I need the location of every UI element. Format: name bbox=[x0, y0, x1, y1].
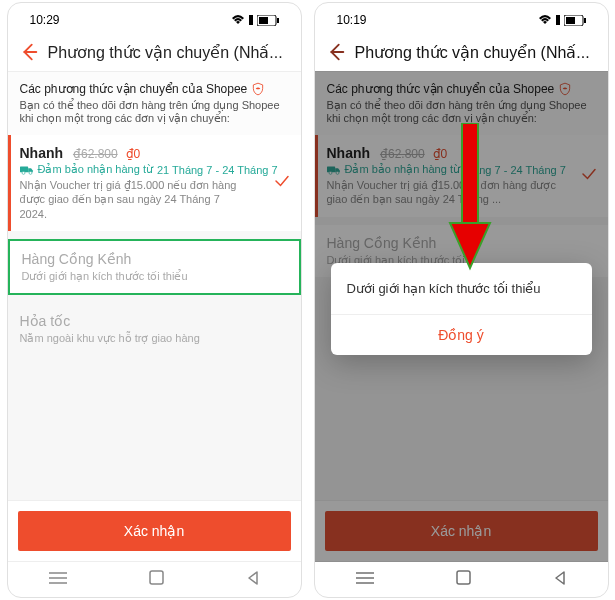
system-navbar bbox=[315, 561, 608, 597]
guarantee-dates: 21 Tháng 7 - 24 Tháng 7 bbox=[157, 164, 278, 176]
back-arrow-icon[interactable] bbox=[18, 41, 40, 63]
truck-icon bbox=[20, 165, 34, 175]
truck-icon bbox=[327, 165, 341, 175]
ship-voucher-note: Nhận Voucher trị giá ₫15.000 nếu đơn hàn… bbox=[20, 178, 250, 221]
svg-point-16 bbox=[329, 171, 332, 174]
shipping-option-hoatoc[interactable]: Hỏa tốc Nằm ngoài khu vực hỗ trợ giao hà… bbox=[8, 303, 301, 355]
ship-guarantee-row: Đảm bảo nhận hàng từ 21 Tháng 7 - 24 Thá… bbox=[20, 163, 289, 176]
wifi-icon bbox=[538, 15, 552, 25]
shipping-option-congkenh[interactable]: Hàng Cồng Kềnh Dưới giới hạn kích thước … bbox=[8, 239, 301, 295]
footer: Xác nhận bbox=[8, 500, 301, 561]
wifi-icon bbox=[231, 15, 245, 25]
status-time: 10:19 bbox=[337, 13, 367, 27]
ship-sub: Nằm ngoài khu vực hỗ trợ giao hàng bbox=[20, 331, 250, 345]
svg-rect-2 bbox=[259, 17, 268, 24]
svg-rect-21 bbox=[457, 571, 470, 584]
svg-rect-0 bbox=[249, 15, 253, 25]
nav-recent-icon[interactable] bbox=[49, 571, 67, 585]
check-icon bbox=[273, 172, 291, 194]
svg-point-6 bbox=[29, 171, 32, 174]
info-title: Các phương thức vận chuyển của Shopee bbox=[327, 82, 596, 96]
status-time: 10:29 bbox=[30, 13, 60, 27]
page-title: Phương thức vận chuyển (Nhấ... bbox=[48, 43, 283, 62]
svg-point-5 bbox=[22, 171, 25, 174]
svg-rect-13 bbox=[566, 17, 575, 24]
info-title: Các phương thức vận chuyển của Shopee bbox=[20, 82, 289, 96]
shield-icon bbox=[558, 82, 572, 96]
header: Phương thức vận chuyển (Nhấ... bbox=[8, 33, 301, 72]
selected-indicator bbox=[8, 135, 11, 231]
status-indicators bbox=[538, 15, 586, 26]
nav-back-icon[interactable] bbox=[553, 571, 567, 585]
svg-rect-11 bbox=[556, 15, 560, 25]
alert-dialog: Dưới giới hạn kích thước tối thiểu Đồng … bbox=[331, 263, 592, 355]
back-arrow-icon[interactable] bbox=[325, 41, 347, 63]
alert-ok-button[interactable]: Đồng ý bbox=[331, 315, 592, 355]
svg-rect-10 bbox=[150, 571, 163, 584]
svg-rect-3 bbox=[277, 18, 279, 23]
old-price: ₫62.800 bbox=[380, 147, 425, 161]
shipping-option-nhanh[interactable]: Nhanh ₫62.800 ₫0 Đảm bảo nhận hàng từ 21… bbox=[8, 135, 301, 231]
svg-point-17 bbox=[336, 171, 339, 174]
system-navbar bbox=[8, 561, 301, 597]
new-price: ₫0 bbox=[126, 147, 141, 161]
statusbar: 10:19 bbox=[315, 3, 608, 33]
header: Phương thức vận chuyển (Nhấ... bbox=[315, 33, 608, 72]
ship-name-row: Nhanh ₫62.800 ₫0 bbox=[20, 145, 289, 161]
info-banner: Các phương thức vận chuyển của Shopee Bạ… bbox=[8, 72, 301, 135]
status-indicators bbox=[231, 15, 279, 26]
footer: Xác nhận bbox=[315, 500, 608, 561]
info-subtitle: Bạn có thể theo dõi đơn hàng trên ứng dụ… bbox=[327, 99, 596, 125]
ship-name: Hàng Cồng Kềnh bbox=[22, 251, 287, 267]
battery-icon bbox=[257, 15, 279, 26]
check-icon bbox=[580, 165, 598, 187]
nav-home-icon[interactable] bbox=[456, 570, 471, 585]
phone-screen-2: 10:19 Phương thức vận chuyển (Nhấ... Các… bbox=[314, 2, 609, 598]
ship-voucher-note: Nhận Voucher trị giá ₫15.00 ... đơn hàng… bbox=[327, 178, 557, 207]
content-layer-1: 10:29 Phương thức vận chuyển (Nhấ... Các… bbox=[8, 3, 301, 597]
signal-icon bbox=[556, 15, 560, 25]
nav-recent-icon[interactable] bbox=[356, 571, 374, 585]
old-price: ₫62.800 bbox=[73, 147, 118, 161]
ship-sub: Dưới giới hạn kích thước tối thiểu bbox=[22, 269, 252, 283]
signal-icon bbox=[249, 15, 253, 25]
selected-indicator bbox=[315, 135, 318, 217]
svg-rect-22 bbox=[462, 123, 478, 223]
battery-icon bbox=[564, 15, 586, 26]
svg-rect-14 bbox=[584, 18, 586, 23]
statusbar: 10:29 bbox=[8, 3, 301, 33]
shield-icon bbox=[251, 82, 265, 96]
info-subtitle: Bạn có thể theo dõi đơn hàng trên ứng dụ… bbox=[20, 99, 289, 125]
annotation-arrow-icon bbox=[445, 123, 495, 273]
phone-screen-1: 10:29 Phương thức vận chuyển (Nhấ... Các… bbox=[7, 2, 302, 598]
shipping-list: Nhanh ₫62.800 ₫0 Đảm bảo nhận hàng từ 21… bbox=[8, 135, 301, 500]
confirm-button[interactable]: Xác nhận bbox=[18, 511, 291, 551]
ship-name: Hỏa tốc bbox=[20, 313, 289, 329]
confirm-button[interactable]: Xác nhận bbox=[325, 511, 598, 551]
nav-home-icon[interactable] bbox=[149, 570, 164, 585]
nav-back-icon[interactable] bbox=[246, 571, 260, 585]
page-title: Phương thức vận chuyển (Nhấ... bbox=[355, 43, 590, 62]
